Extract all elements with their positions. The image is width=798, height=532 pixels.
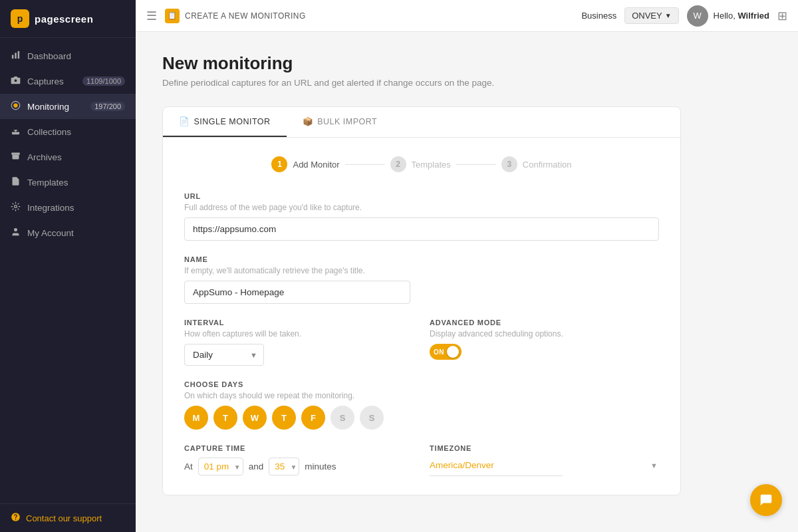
support-label: Contact our support bbox=[26, 513, 102, 523]
advanced-mode-toggle[interactable]: ON bbox=[430, 344, 462, 360]
page-subtitle: Define periodical captures for an URL an… bbox=[162, 78, 771, 88]
sidebar-item-dashboard[interactable]: Dashboard bbox=[0, 43, 136, 68]
sidebar-item-captures[interactable]: Captures 1109/1000 bbox=[0, 68, 136, 94]
day-friday[interactable]: F bbox=[301, 406, 325, 430]
sidebar-item-integrations[interactable]: Integrations bbox=[0, 195, 136, 220]
sidebar-item-monitoring[interactable]: Monitoring 197/200 bbox=[0, 94, 136, 119]
capture-timezone-row: CAPTURE TIME At 01 pm 02 pm 03 pm ▼ bbox=[184, 444, 659, 476]
interval-select[interactable]: Daily Weekly Monthly Hourly bbox=[184, 344, 264, 366]
topbar: ☰ 📋 CREATE A NEW MONITORING Business ONV… bbox=[136, 0, 798, 32]
workspace-dropdown[interactable]: ONVEY ▼ bbox=[624, 7, 678, 24]
card-body: 1 Add Monitor 2 Templates 3 Confirmation bbox=[163, 138, 680, 495]
name-hint: If empty, we'll automatically retrieve t… bbox=[184, 266, 659, 275]
hour-select[interactable]: 01 pm 02 pm 03 pm bbox=[198, 458, 243, 475]
step-3-circle: 3 bbox=[501, 156, 517, 172]
avatar: W bbox=[687, 5, 708, 27]
monitoring-badge: 197/200 bbox=[90, 102, 125, 111]
timezone-label: TIMEZONE bbox=[430, 444, 659, 452]
apps-grid-icon[interactable]: ⊞ bbox=[777, 9, 787, 23]
step-1-circle: 1 bbox=[271, 156, 287, 172]
svg-point-10 bbox=[15, 205, 17, 208]
step-1: 1 Add Monitor bbox=[271, 156, 339, 172]
svg-point-5 bbox=[13, 103, 17, 107]
choose-days-label: CHOOSE DAYS bbox=[184, 380, 659, 388]
step-3: 3 Confirmation bbox=[501, 156, 572, 172]
tab-label: BULK IMPORT bbox=[317, 117, 377, 126]
sidebar-item-label: My Account bbox=[27, 228, 74, 238]
interval-hint: How often captures will be taken. bbox=[184, 329, 414, 338]
day-tuesday[interactable]: T bbox=[213, 406, 237, 430]
single-monitor-tab-icon: 📄 bbox=[179, 116, 190, 126]
minutes-select-wrapper: 35 00 15 30 45 ▼ bbox=[269, 458, 299, 475]
sidebar-item-label: Collections bbox=[27, 127, 71, 137]
toggle-knob bbox=[447, 346, 459, 358]
svg-rect-1 bbox=[15, 53, 17, 59]
topbar-right: Business ONVEY ▼ W Hello, Wilfried ⊞ bbox=[581, 5, 787, 27]
url-section: URL Full address of the web page you'd l… bbox=[184, 192, 659, 241]
step-divider-1 bbox=[345, 164, 385, 165]
day-sunday[interactable]: S bbox=[360, 406, 384, 430]
choose-days-hint: On which days should we repeat the monit… bbox=[184, 391, 659, 400]
day-thursday[interactable]: T bbox=[272, 406, 296, 430]
bulk-import-tab-icon: 📦 bbox=[303, 116, 314, 126]
interval-label: INTERVAL bbox=[184, 319, 414, 327]
business-label: Business bbox=[581, 11, 616, 21]
sidebar-item-label: Templates bbox=[27, 178, 68, 188]
logo-icon: p bbox=[11, 9, 29, 28]
hour-select-wrapper: 01 pm 02 pm 03 pm ▼ bbox=[198, 458, 243, 475]
content-area: New monitoring Define periodical capture… bbox=[136, 32, 798, 532]
sidebar-item-my-account[interactable]: My Account bbox=[0, 220, 136, 245]
sidebar-item-label: Integrations bbox=[27, 203, 74, 213]
support-icon bbox=[11, 512, 21, 524]
url-label: URL bbox=[184, 192, 659, 200]
sidebar-navigation: Dashboard Captures 1109/1000 Monitoring … bbox=[0, 38, 136, 503]
sidebar-toggle-icon[interactable]: ☰ bbox=[146, 9, 157, 23]
url-hint: Full address of the web page you'd like … bbox=[184, 203, 659, 212]
day-monday[interactable]: M bbox=[184, 406, 208, 430]
sidebar-footer: Contact our support bbox=[0, 503, 136, 532]
monitoring-icon bbox=[11, 100, 21, 112]
logo: p pagescreen bbox=[0, 0, 136, 38]
chat-button[interactable] bbox=[750, 484, 782, 516]
tab-single-monitor[interactable]: 📄 SINGLE MONITOR bbox=[163, 107, 287, 137]
page-title: New monitoring bbox=[162, 53, 771, 74]
step-1-label: Add Monitor bbox=[293, 160, 339, 170]
day-circles: M T W T F S S bbox=[184, 406, 659, 430]
step-divider-2 bbox=[456, 164, 496, 165]
step-2-label: Templates bbox=[412, 160, 451, 170]
camera-icon bbox=[11, 75, 21, 87]
name-input[interactable] bbox=[184, 281, 410, 304]
day-wednesday[interactable]: W bbox=[243, 406, 267, 430]
url-input[interactable] bbox=[184, 217, 659, 241]
sidebar-item-collections[interactable]: Collections bbox=[0, 119, 136, 144]
contact-support-link[interactable]: Contact our support bbox=[11, 512, 125, 524]
svg-rect-2 bbox=[18, 51, 20, 59]
step-3-label: Confirmation bbox=[523, 160, 572, 170]
day-saturday[interactable]: S bbox=[331, 406, 354, 430]
timezone-select-wrapper: America/Denver America/New_York America/… bbox=[430, 455, 659, 476]
step-2-circle: 2 bbox=[390, 156, 406, 172]
capture-time-row: At 01 pm 02 pm 03 pm ▼ and bbox=[184, 458, 414, 475]
main-area: ☰ 📋 CREATE A NEW MONITORING Business ONV… bbox=[136, 0, 798, 532]
capture-time-col: CAPTURE TIME At 01 pm 02 pm 03 pm ▼ bbox=[184, 444, 414, 476]
and-label: and bbox=[249, 462, 264, 471]
sidebar-item-label: Captures bbox=[27, 76, 64, 86]
timezone-select[interactable]: America/Denver America/New_York America/… bbox=[430, 455, 563, 476]
user-area[interactable]: W Hello, Wilfried bbox=[687, 5, 769, 27]
captures-badge: 1109/1000 bbox=[82, 76, 125, 86]
minutes-select[interactable]: 35 00 15 30 45 bbox=[269, 458, 299, 475]
user-icon bbox=[11, 227, 21, 239]
chevron-down-icon: ▼ bbox=[665, 12, 672, 19]
tab-bulk-import[interactable]: 📦 BULK IMPORT bbox=[287, 107, 394, 137]
minutes-label: minutes bbox=[305, 462, 336, 471]
sidebar-item-templates[interactable]: Templates bbox=[0, 170, 136, 195]
capture-time-label: CAPTURE TIME bbox=[184, 444, 414, 452]
logo-text: pagescreen bbox=[35, 13, 93, 25]
sidebar-item-label: Archives bbox=[27, 152, 62, 162]
name-section: NAME If empty, we'll automatically retri… bbox=[184, 255, 659, 304]
name-label: NAME bbox=[184, 255, 659, 263]
tab-label: SINGLE MONITOR bbox=[194, 117, 271, 126]
sidebar-item-archives[interactable]: Archives bbox=[0, 144, 136, 170]
step-2: 2 Templates bbox=[390, 156, 451, 172]
collections-icon bbox=[11, 126, 21, 138]
